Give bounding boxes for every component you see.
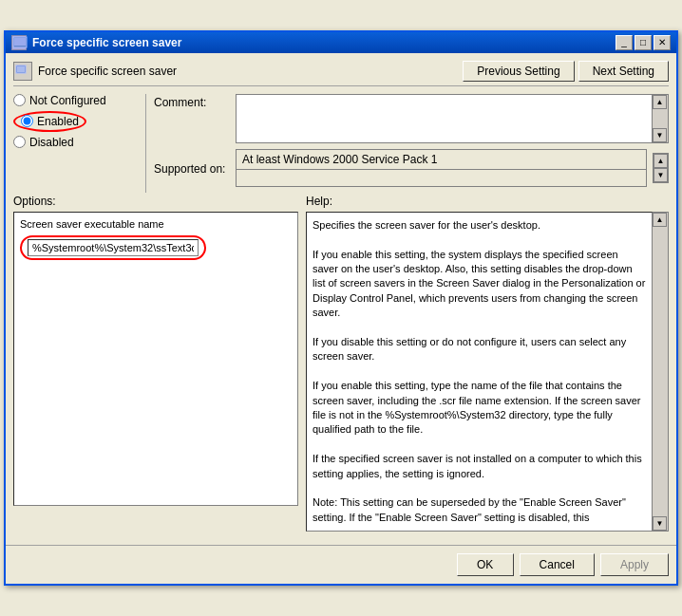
options-header: Options:: [13, 195, 298, 208]
window-icon: [11, 35, 27, 50]
help-scrollbar: ▲ ▼: [653, 212, 669, 532]
close-button[interactable]: ✕: [654, 35, 671, 50]
main-window: Force specific screen saver _ □ ✕ Force …: [4, 30, 678, 586]
subheader-title: Force specific screen saver: [38, 65, 177, 78]
subheader: Force specific screen saver Previous Set…: [13, 61, 669, 86]
supported-row: Supported on: At least Windows 2000 Serv…: [154, 149, 669, 187]
scrollbar-down-arrow[interactable]: ▼: [653, 128, 667, 142]
help-scroll-wrap: Specifies the screen saver for the user'…: [306, 212, 669, 532]
comment-textarea[interactable]: [237, 95, 652, 142]
bottom-bar: OK Cancel Apply: [6, 545, 676, 584]
maximize-button[interactable]: □: [635, 35, 652, 50]
supported-value-wrap: At least Windows 2000 Service Pack 1: [236, 149, 647, 187]
comment-row: Comment: ▲ ▼: [154, 94, 669, 143]
help-scroll-down[interactable]: ▼: [653, 516, 667, 531]
previous-setting-button[interactable]: Previous Setting: [463, 61, 574, 82]
next-setting-button[interactable]: Next Setting: [578, 61, 669, 82]
help-column: Help: Specifies the screen saver for the…: [298, 195, 669, 532]
title-bar-text: Force specific screen saver: [32, 36, 616, 49]
apply-button[interactable]: Apply: [600, 553, 669, 576]
cancel-button[interactable]: Cancel: [520, 553, 595, 576]
window-content: Force specific screen saver Previous Set…: [6, 53, 676, 539]
right-panel: Comment: ▲ ▼ Supported on: At least Wind…: [146, 94, 669, 193]
comment-label: Comment:: [154, 94, 230, 109]
supported-scroll-down[interactable]: ▼: [654, 168, 668, 182]
title-bar: Force specific screen saver _ □ ✕: [6, 32, 676, 53]
help-scroll-up[interactable]: ▲: [653, 213, 667, 227]
supported-extra-row: [236, 170, 647, 187]
radio-disabled-input[interactable]: [13, 136, 26, 148]
left-panel: Not Configured Enabled Disabled: [13, 94, 146, 193]
radio-not-configured-input[interactable]: [13, 94, 26, 106]
radio-enabled-label: Enabled: [37, 115, 79, 128]
svg-rect-1: [14, 38, 26, 46]
help-scroll-track: [653, 227, 668, 516]
minimize-button[interactable]: _: [616, 35, 633, 50]
help-text: Specifies the screen saver for the user'…: [306, 212, 653, 532]
radio-enabled[interactable]: Enabled: [13, 111, 138, 132]
main-body: Not Configured Enabled Disabled: [13, 94, 669, 193]
screen-saver-input-highlight: [20, 235, 206, 260]
radio-group: Not Configured Enabled Disabled: [13, 94, 138, 149]
toolbar: Previous Setting Next Setting: [177, 61, 669, 82]
title-bar-controls: _ □ ✕: [616, 35, 671, 50]
supported-label: Supported on:: [154, 160, 230, 176]
subheader-icon: [13, 62, 32, 81]
options-column: Options: Screen saver executable name: [13, 195, 298, 532]
scrollbar-up-arrow[interactable]: ▲: [653, 95, 667, 109]
radio-not-configured[interactable]: Not Configured: [13, 94, 138, 107]
comment-textarea-wrap: ▲ ▼: [236, 94, 669, 143]
enabled-highlight: Enabled: [13, 111, 86, 132]
screen-saver-field-label: Screen saver executable name: [20, 218, 292, 230]
supported-scrollbar: ▲ ▼: [653, 153, 669, 183]
radio-disabled-label: Disabled: [29, 136, 74, 149]
radio-not-configured-label: Not Configured: [29, 94, 106, 107]
supported-scroll-up[interactable]: ▲: [654, 154, 668, 168]
options-content: Screen saver executable name: [13, 212, 298, 506]
radio-enabled-input[interactable]: [21, 115, 33, 127]
options-help-container: Options: Screen saver executable name He…: [13, 195, 669, 532]
comment-scrollbar: ▲ ▼: [652, 95, 668, 142]
help-header: Help:: [306, 195, 669, 208]
screen-saver-input[interactable]: [28, 239, 199, 256]
svg-rect-3: [17, 66, 25, 72]
ok-button[interactable]: OK: [457, 553, 514, 576]
radio-disabled[interactable]: Disabled: [13, 136, 138, 149]
supported-value: At least Windows 2000 Service Pack 1: [236, 149, 647, 170]
